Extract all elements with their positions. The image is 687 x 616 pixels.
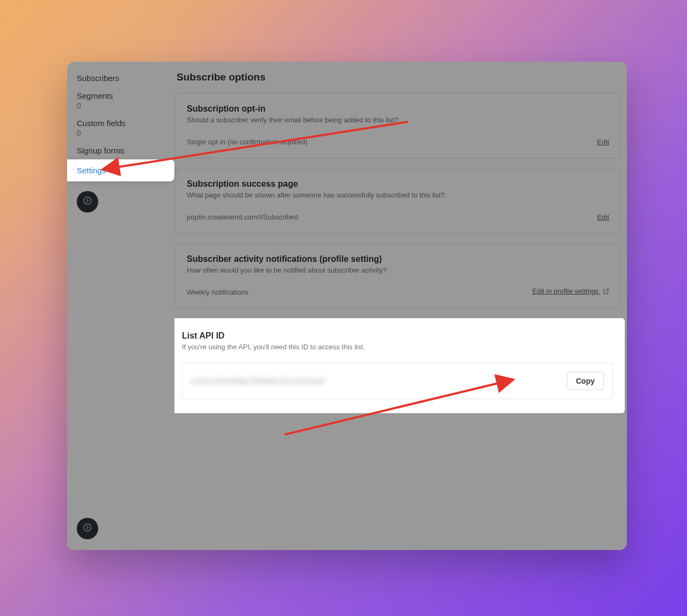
external-link-icon [603,288,609,296]
sidebar-item-settings[interactable]: Settings [67,159,174,181]
sidebar-item-label: Segments [77,91,113,100]
arrow-circle-icon [83,523,92,534]
sidebar-item-signup-forms[interactable]: Signup forms [67,142,169,159]
api-id-box: a1b2c3d4e5f6g7h8i9j0k1l2m3n4o5p6 Copy [182,363,613,399]
sidebar-toggle-button[interactable] [77,191,98,212]
svg-point-0 [84,197,91,204]
arrow-circle-icon [83,196,92,208]
card-subscription-optin: Subscription opt-in Should a subscriber … [174,93,620,158]
sidebar-item-label: Settings [77,166,106,175]
sidebar: Subscribers Segments 0 Custom fields 0 S… [67,62,169,550]
copy-button[interactable]: Copy [567,372,604,390]
card-list-api-id: List API ID If you're using the API, you… [174,318,625,413]
card-value: Single opt-in (no confirmation required) [187,138,608,146]
card-desc: What page should be shown after someone … [187,191,608,199]
card-title: Subscription success page [187,179,608,189]
card-title: Subscription opt-in [187,104,608,114]
api-id-value: a1b2c3d4e5f6g7h8i9j0k1l2m3n4o5p6 [191,377,325,385]
card-value: poptin.createsend.com/t/Subscribed [187,213,608,221]
card-title: Subscriber activity notifications (profi… [187,254,608,264]
page-title: Subscribe options [177,71,620,83]
sidebar-item-segments[interactable]: Segments [67,87,169,100]
sidebar-item-custom-fields-count: 0 [67,128,169,142]
card-activity-notifications: Subscriber activity notifications (profi… [174,243,620,309]
sidebar-item-custom-fields[interactable]: Custom fields [67,114,169,128]
sidebar-item-subscribers[interactable]: Subscribers [67,69,169,87]
edit-link[interactable]: Edit [597,213,609,221]
edit-profile-link[interactable]: Edit in profile settings [532,287,609,296]
sidebar-item-label: Custom fields [77,119,126,128]
card-title: List API ID [182,331,613,341]
main-content: Subscribe options Subscription opt-in Sh… [174,62,627,550]
sidebar-item-label: Subscribers [77,74,119,83]
card-desc: Should a subscriber verify their email b… [187,116,608,124]
svg-point-1 [84,524,91,531]
card-desc: How often would you like to be notified … [187,266,608,274]
card-desc: If you're using the API, you'll need thi… [182,343,613,351]
sidebar-bottom-button[interactable] [77,518,98,539]
edit-link[interactable]: Edit [597,138,609,146]
app-window: Subscribers Segments 0 Custom fields 0 S… [67,62,627,550]
sidebar-item-segments-count: 0 [67,100,169,114]
svg-line-2 [605,289,609,292]
sidebar-item-label: Signup forms [77,146,124,155]
card-subscription-success: Subscription success page What page shou… [174,168,620,233]
